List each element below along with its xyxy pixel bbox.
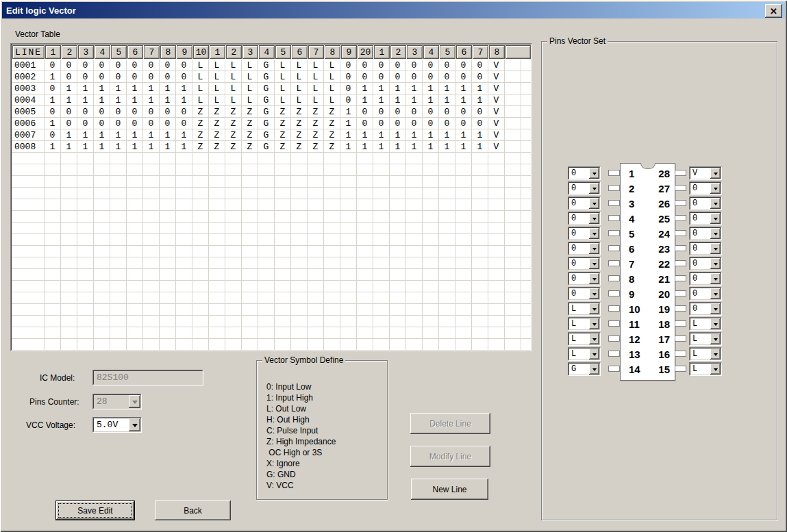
vector-cell[interactable] (258, 304, 275, 316)
vector-cell[interactable] (472, 176, 488, 188)
vector-cell[interactable] (110, 199, 127, 211)
vector-cell[interactable] (258, 199, 275, 211)
vector-cell[interactable] (521, 83, 532, 94)
vector-cell[interactable] (324, 211, 340, 223)
vector-cell[interactable] (61, 257, 77, 269)
vector-cell[interactable]: L (209, 94, 225, 106)
vector-cell[interactable]: 0 (160, 60, 176, 71)
vector-cell[interactable] (225, 246, 242, 257)
vector-cell[interactable] (340, 246, 357, 257)
vector-cell[interactable] (521, 176, 532, 188)
vector-cell[interactable] (160, 164, 176, 176)
vector-cell[interactable]: 0 (373, 71, 390, 83)
vector-cell[interactable] (160, 188, 176, 199)
vector-cell[interactable] (225, 316, 242, 327)
vector-cell[interactable] (61, 153, 77, 164)
vector-cell[interactable] (308, 327, 324, 339)
vector-cell[interactable] (45, 316, 61, 327)
vcc-voltage-combo[interactable]: 5.0V (92, 417, 142, 433)
vector-cell[interactable]: 0 (160, 106, 176, 118)
vector-cell[interactable] (61, 269, 77, 281)
pin-column-header-12[interactable]: 2 (226, 45, 242, 59)
vector-cell[interactable]: 0 (439, 60, 455, 71)
vector-cell[interactable] (308, 199, 324, 211)
vector-cell[interactable] (521, 71, 532, 83)
vector-cell[interactable] (505, 257, 521, 269)
vector-cell[interactable] (357, 327, 373, 339)
vector-cell[interactable]: 0 (110, 60, 127, 71)
vector-cell[interactable] (225, 304, 242, 316)
vector-cell[interactable] (242, 176, 258, 188)
vector-cell[interactable] (143, 234, 160, 246)
vector-cell[interactable] (308, 281, 324, 292)
vector-cell[interactable] (45, 304, 61, 316)
vector-cell[interactable] (455, 164, 472, 176)
vector-cell[interactable] (521, 211, 532, 223)
vector-cell[interactable] (505, 141, 521, 153)
vector-cell[interactable] (143, 164, 160, 176)
pin-column-header-20[interactable]: 20 (358, 45, 373, 59)
vector-cell[interactable] (209, 327, 225, 339)
vector-cell[interactable] (94, 176, 110, 188)
vector-cell[interactable]: 1 (160, 129, 176, 141)
vector-cell[interactable]: 1 (390, 141, 406, 153)
vector-cell[interactable]: 1 (176, 94, 192, 106)
vector-cell[interactable] (94, 211, 110, 223)
vector-cell[interactable] (127, 269, 143, 281)
vector-cell[interactable]: Z (225, 141, 242, 153)
vector-cell[interactable]: L (324, 71, 340, 83)
vector-cell[interactable] (357, 281, 373, 292)
vector-cell[interactable] (324, 257, 340, 269)
vector-cell[interactable] (258, 257, 275, 269)
vector-cell[interactable] (275, 223, 291, 234)
vector-cell[interactable] (110, 269, 127, 281)
vector-cell[interactable] (472, 223, 488, 234)
vector-cell[interactable] (209, 234, 225, 246)
vector-cell[interactable] (521, 188, 532, 199)
vector-cell[interactable] (472, 211, 488, 223)
vector-cell[interactable] (225, 176, 242, 188)
vector-cell[interactable] (160, 257, 176, 269)
vector-cell[interactable] (505, 223, 521, 234)
pin-28-combo[interactable]: V (689, 166, 722, 180)
vector-cell[interactable] (324, 327, 340, 339)
vector-cell[interactable] (45, 257, 61, 269)
vector-cell[interactable] (192, 211, 209, 223)
vector-cell[interactable] (488, 292, 505, 304)
vector-cell[interactable]: 1 (455, 94, 472, 106)
vector-cell[interactable] (77, 164, 94, 176)
chevron-down-icon[interactable] (710, 258, 721, 269)
vector-cell[interactable] (275, 153, 291, 164)
vector-cell[interactable] (455, 257, 472, 269)
vector-cell[interactable] (455, 316, 472, 327)
vector-cell[interactable] (176, 234, 192, 246)
vector-cell[interactable] (291, 327, 308, 339)
vector-cell[interactable] (77, 234, 94, 246)
line-number-cell[interactable] (12, 246, 45, 257)
vector-cell[interactable]: 0 (357, 106, 373, 118)
vector-cell[interactable] (308, 188, 324, 199)
vector-cell[interactable] (406, 304, 423, 316)
vector-cell[interactable] (521, 304, 532, 316)
vector-cell[interactable] (488, 153, 505, 164)
vector-cell[interactable] (505, 269, 521, 281)
vector-cell[interactable] (439, 339, 455, 351)
vector-cell[interactable] (521, 106, 532, 118)
vector-cell[interactable] (176, 292, 192, 304)
vector-cell[interactable]: V (488, 129, 505, 141)
vector-cell[interactable] (176, 223, 192, 234)
vector-cell[interactable] (455, 269, 472, 281)
vector-cell[interactable] (110, 339, 127, 351)
line-number-cell[interactable] (12, 292, 45, 304)
vector-cell[interactable] (455, 304, 472, 316)
vector-cell[interactable] (143, 188, 160, 199)
vector-cell[interactable] (373, 281, 390, 292)
vector-cell[interactable] (390, 269, 406, 281)
vector-cell[interactable] (472, 199, 488, 211)
vector-cell[interactable] (324, 199, 340, 211)
line-number-cell[interactable] (12, 188, 45, 199)
line-number-cell[interactable] (12, 304, 45, 316)
vector-cell[interactable]: 1 (45, 71, 61, 83)
line-number-cell[interactable] (12, 327, 45, 339)
vector-cell[interactable] (275, 257, 291, 269)
